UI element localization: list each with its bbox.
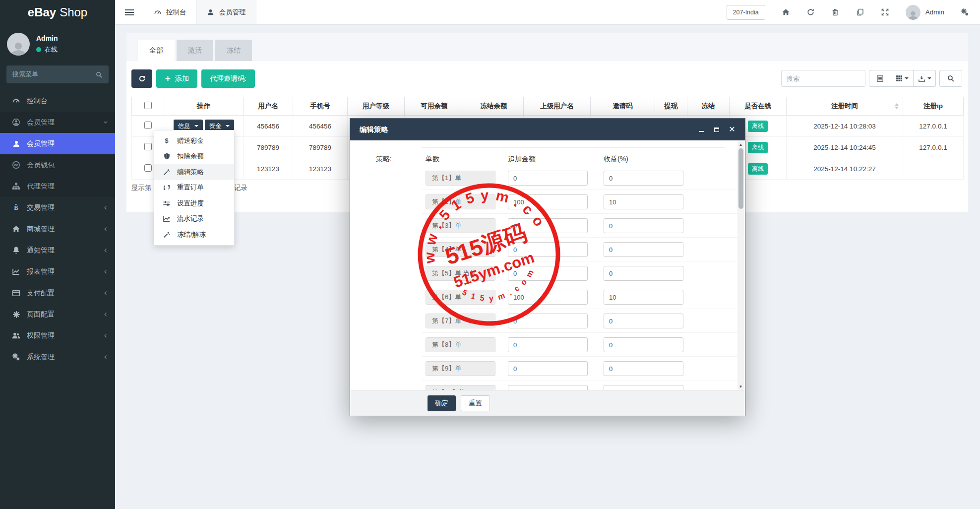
brand-logo[interactable]: eBayShop [0, 0, 115, 25]
row-checkbox[interactable] [144, 143, 152, 150]
modal-body: 策略: 单数 追加金额 收益(%) 第【1】单 第【2】单 第【3】单 第【4】… [350, 140, 745, 391]
sidebar-item-label: 交易管理 [27, 203, 55, 212]
sidebar-item-dashboard[interactable]: 控制台 [0, 90, 115, 112]
cell-phone: 123123 [293, 158, 348, 180]
profit-input[interactable] [604, 314, 683, 328]
fullscreen-icon[interactable] [881, 8, 889, 16]
amount-input[interactable] [508, 242, 588, 257]
col-header-sortable[interactable]: 注册时间 [787, 97, 903, 116]
amount-input[interactable] [508, 171, 588, 186]
sidebar-item-mall[interactable]: 商城管理 ‹ [0, 218, 115, 240]
sidebar-item-reports[interactable]: 报表管理 ‹ [0, 261, 115, 282]
col-header: 手机号 [293, 97, 348, 116]
table-search-input[interactable] [781, 70, 865, 87]
sidebar-item-trades[interactable]: B 交易管理 ‹ [0, 197, 115, 218]
agent-invite-code-button[interactable]: 代理邀请码: [201, 69, 255, 88]
modal-titlebar[interactable]: 编辑策略 ✕ [350, 119, 745, 140]
minimize-icon[interactable] [698, 126, 705, 133]
search-submit-button[interactable] [939, 70, 962, 87]
cogs-icon [12, 353, 20, 361]
sidebar-item-agents[interactable]: 代理管理 [0, 176, 115, 197]
amount-input[interactable] [508, 361, 588, 376]
menu-item-label: 扣除余额 [177, 152, 204, 161]
modal-scrollbar[interactable]: ▲ ▼ [737, 141, 744, 390]
gear-icon [12, 310, 20, 318]
refresh-table-button[interactable] [131, 69, 152, 88]
reset-button[interactable]: 重置 [461, 395, 490, 411]
profit-input[interactable] [604, 171, 683, 186]
row-checkbox[interactable] [144, 122, 152, 129]
amount-input[interactable] [508, 337, 588, 352]
order-label: 第【9】单 [426, 361, 495, 376]
sidebar-item-members[interactable]: 会员管理 [0, 133, 115, 154]
amount-input[interactable] [508, 194, 588, 209]
profit-input[interactable] [604, 361, 683, 376]
sidebar-item-label: 商城管理 [27, 225, 55, 234]
menu-item-edit-strategy[interactable]: 编辑策略 [154, 164, 234, 180]
sidebar-item-permissions[interactable]: 权限管理 ‹ [0, 325, 115, 346]
copy-icon[interactable] [856, 8, 864, 16]
profit-input[interactable] [604, 242, 683, 257]
profit-input[interactable] [604, 337, 683, 352]
region-selector-button[interactable]: 207-India [727, 5, 765, 20]
col-header-label: 注册时间 [831, 102, 858, 110]
sidebar-toggle-button[interactable] [115, 0, 144, 24]
navbar-user-menu[interactable]: Admin [906, 5, 944, 20]
home-icon[interactable] [782, 8, 790, 16]
scroll-down-icon[interactable]: ▼ [737, 384, 744, 389]
confirm-button[interactable]: 确定 [428, 395, 456, 411]
tab-frozen[interactable]: 冻结 [215, 40, 252, 61]
export-button[interactable] [914, 70, 936, 87]
sidebar-search-input[interactable]: 搜索菜单 [6, 65, 109, 83]
sidebar-item-label: 支付配置 [27, 289, 55, 298]
amount-input[interactable] [508, 290, 588, 305]
cell-reg-time: 2025-12-14 10:22:27 [787, 158, 903, 180]
sidebar-item-payment-config[interactable]: 支付配置 ‹ [0, 282, 115, 304]
menu-item-deduct-balance[interactable]: 扣除余额 [154, 149, 234, 165]
tab-all[interactable]: 全部 [138, 40, 175, 61]
navbar-tab-label: 控制台 [166, 8, 186, 17]
columns-button[interactable] [891, 70, 914, 87]
amount-input[interactable] [508, 218, 588, 233]
menu-item-flow-records[interactable]: 流水记录 [154, 211, 234, 227]
refresh-icon[interactable] [806, 8, 815, 16]
edit-strategy-modal: 编辑策略 ✕ 策略: 单数 追加金额 收益(%) 第【1】单 第【2】单 第【3… [350, 118, 745, 416]
cc-wallet-icon: cc [12, 161, 20, 169]
sidebar-item-label: 控制台 [27, 97, 48, 106]
col-header: 邀请码 [591, 97, 655, 116]
sidebar-item-wallet[interactable]: cc 会员钱包 [0, 154, 115, 176]
profit-input[interactable] [604, 194, 683, 209]
detail-view-button[interactable] [869, 70, 891, 87]
sidebar-item-system[interactable]: 系统管理 ‹ [0, 346, 115, 368]
menu-item-gift-bonus[interactable]: $赠送彩金 [154, 133, 234, 149]
search-icon [95, 71, 103, 78]
gauge-icon [154, 8, 162, 16]
add-button[interactable]: 添加 [156, 69, 197, 88]
navbar-tab-dashboard[interactable]: 控制台 [144, 0, 196, 24]
sidebar-item-page-config[interactable]: 页面配置 ‹ [0, 304, 115, 325]
select-all-checkbox[interactable] [144, 102, 152, 109]
tab-active[interactable]: 激活 [177, 40, 213, 61]
trash-icon[interactable] [831, 8, 840, 16]
profit-input[interactable] [604, 266, 683, 281]
scroll-up-icon[interactable]: ▲ [737, 142, 744, 147]
navbar-tab-members[interactable]: 会员管理 [196, 0, 256, 24]
maximize-icon[interactable] [713, 126, 720, 133]
row-checkbox[interactable] [144, 164, 152, 172]
sidebar-user-panel: Admin 在线 [0, 25, 115, 63]
menu-item-freeze-unfreeze[interactable]: 冻结/解冻 [154, 227, 234, 243]
profit-input[interactable] [604, 290, 683, 305]
close-icon[interactable]: ✕ [729, 126, 735, 133]
scrollbar-thumb[interactable] [738, 148, 743, 209]
toolbar: 添加 代理邀请码: [131, 69, 962, 88]
sidebar-group-members: 会员管理 ‹ 会员管理 cc 会员钱包 代理管理 [0, 112, 115, 197]
menu-item-reset-orders[interactable]: 重置订单 [154, 180, 234, 196]
sidebar-item-notices[interactable]: 通知管理 ‹ [0, 240, 115, 261]
sidebar-item-members-parent[interactable]: 会员管理 ‹ [0, 112, 115, 133]
amount-input[interactable] [508, 266, 588, 281]
amount-input[interactable] [508, 314, 588, 328]
cogs-icon[interactable] [961, 8, 969, 16]
profit-input[interactable] [604, 218, 683, 233]
admin-app: eBayShop Admin 在线 搜索菜单 控制台 会员管理 [0, 0, 980, 509]
menu-item-set-progress[interactable]: 设置进度 [154, 195, 234, 211]
